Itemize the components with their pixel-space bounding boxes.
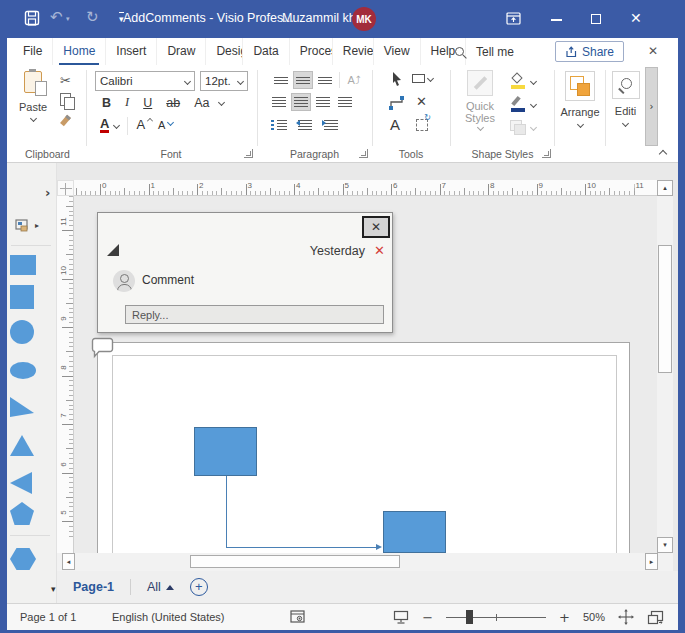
scroll-right-button[interactable]: ▸ bbox=[645, 553, 658, 570]
diagram-shape-rectangle-2[interactable] bbox=[383, 511, 446, 553]
all-pages-button[interactable]: All bbox=[147, 580, 174, 594]
undo-dropdown-icon[interactable]: ▾ bbox=[66, 15, 70, 23]
ribbon-display-options-icon[interactable] bbox=[506, 12, 521, 25]
align-top-button[interactable] bbox=[271, 71, 291, 89]
diagram-shape-rectangle-1[interactable] bbox=[194, 427, 257, 476]
zoom-slider[interactable] bbox=[446, 609, 546, 625]
italic-button[interactable]: I bbox=[121, 95, 133, 110]
connection-point-tool-icon[interactable]: ✕ bbox=[416, 94, 427, 109]
grow-font-button[interactable]: A bbox=[136, 117, 145, 132]
page-indicator[interactable]: Page 1 of 1 bbox=[20, 611, 76, 623]
align-center-button[interactable] bbox=[291, 93, 311, 111]
ribbon-scroll-strip[interactable]: › bbox=[645, 67, 658, 146]
underline-button[interactable]: U bbox=[139, 96, 156, 110]
tab-design[interactable]: Design bbox=[206, 38, 243, 65]
editing-button[interactable]: Editi bbox=[607, 71, 644, 126]
minimize-button[interactable] bbox=[551, 19, 562, 21]
paragraph-dialog-launcher[interactable] bbox=[359, 149, 368, 158]
stencil-shape-ellipse[interactable] bbox=[10, 362, 36, 379]
tab-file[interactable]: File bbox=[13, 38, 53, 65]
scroll-down-button[interactable]: ▾ bbox=[657, 537, 673, 553]
fill-button[interactable] bbox=[510, 73, 536, 89]
connector-vertical-segment[interactable] bbox=[226, 476, 227, 548]
bullets-button[interactable] bbox=[269, 116, 289, 134]
align-right-button[interactable] bbox=[313, 93, 333, 111]
stencil-flyout-icon[interactable]: ▸ bbox=[35, 221, 39, 230]
align-left-button[interactable] bbox=[269, 93, 289, 111]
decrease-indent-button[interactable] bbox=[295, 116, 315, 134]
close-button[interactable]: ✕ bbox=[630, 10, 642, 26]
tab-process[interactable]: Process bbox=[290, 38, 333, 65]
justify-button[interactable] bbox=[335, 93, 355, 111]
save-icon[interactable] bbox=[24, 10, 40, 26]
stencil-shape-triangle[interactable] bbox=[10, 435, 34, 456]
reply-input[interactable] bbox=[125, 305, 384, 324]
macro-recorder-icon[interactable] bbox=[290, 610, 306, 624]
text-tool-icon[interactable]: A bbox=[390, 116, 400, 133]
stencil-shape-rectangle[interactable] bbox=[10, 255, 36, 275]
stencil-window-icon[interactable] bbox=[15, 219, 31, 233]
text-direction-button[interactable]: A⤴ bbox=[344, 71, 364, 89]
font-name-combo[interactable]: Calibri bbox=[95, 71, 195, 91]
effects-button[interactable] bbox=[510, 120, 536, 134]
page-tab-page1[interactable]: Page-1 bbox=[73, 580, 114, 594]
align-middle-button[interactable] bbox=[293, 71, 313, 89]
language-indicator[interactable]: English (United States) bbox=[112, 611, 225, 623]
vertical-scrollbar[interactable]: ▴ ▾ bbox=[657, 180, 673, 553]
shape-styles-dialog-launcher[interactable] bbox=[542, 149, 551, 158]
tab-insert[interactable]: Insert bbox=[106, 38, 157, 65]
scroll-up-button[interactable]: ▴ bbox=[657, 180, 673, 196]
tab-home[interactable]: Home bbox=[53, 38, 106, 65]
add-page-button[interactable]: + bbox=[190, 578, 208, 596]
comment-popup-close-button[interactable]: ✕ bbox=[362, 216, 390, 238]
tell-me-box[interactable]: Tell me bbox=[455, 38, 514, 65]
fit-page-icon[interactable] bbox=[618, 609, 634, 625]
rectangle-tool[interactable] bbox=[412, 74, 433, 83]
line-button[interactable] bbox=[510, 96, 536, 112]
connector-tool-icon[interactable] bbox=[388, 95, 405, 111]
tab-view[interactable]: View bbox=[374, 38, 421, 65]
avatar[interactable]: MK bbox=[352, 7, 376, 31]
drawing-canvas[interactable]: ✕ Yesterday ✕ Comment bbox=[74, 196, 657, 553]
horizontal-scrollbar[interactable]: ◂ ▸ bbox=[57, 553, 673, 571]
stencil-shape-pentagon[interactable] bbox=[10, 502, 34, 525]
cut-icon[interactable]: ✂ bbox=[60, 73, 71, 88]
collapse-ribbon-icon[interactable] bbox=[659, 150, 667, 158]
change-case-button[interactable]: Aa bbox=[190, 96, 213, 110]
format-painter-icon[interactable] bbox=[60, 115, 71, 127]
stencil-shape-circle[interactable] bbox=[10, 320, 34, 344]
switch-windows-icon[interactable] bbox=[647, 610, 664, 625]
zoom-level[interactable]: 50% bbox=[583, 611, 605, 623]
stencil-shape-square[interactable] bbox=[10, 285, 34, 309]
free-transform-tool-icon[interactable] bbox=[416, 119, 428, 131]
align-bottom-button[interactable] bbox=[315, 71, 335, 89]
redo-icon[interactable]: ↻ bbox=[86, 8, 99, 26]
comment-marker-icon[interactable] bbox=[107, 244, 119, 256]
stencil-shape-right-triangle[interactable] bbox=[10, 397, 34, 417]
copy-icon[interactable] bbox=[60, 93, 74, 108]
zoom-slider-thumb[interactable] bbox=[466, 610, 473, 624]
vertical-scrollbar-thumb[interactable] bbox=[658, 245, 672, 373]
presentation-mode-icon[interactable] bbox=[393, 610, 409, 625]
strikethrough-button[interactable]: ab bbox=[162, 96, 184, 110]
shrink-font-button[interactable]: A bbox=[158, 119, 165, 131]
maximize-button[interactable] bbox=[591, 14, 601, 24]
bold-button[interactable]: B bbox=[98, 96, 115, 110]
close-ribbon-icon[interactable]: ✕ bbox=[648, 44, 658, 58]
scroll-left-button[interactable]: ◂ bbox=[62, 553, 75, 570]
zoom-in-button[interactable]: + bbox=[559, 610, 570, 625]
horizontal-scrollbar-thumb[interactable] bbox=[190, 555, 400, 568]
tab-draw[interactable]: Draw bbox=[157, 38, 206, 65]
quick-styles-button[interactable]: Quick Styles bbox=[455, 70, 505, 130]
tab-review[interactable]: Review bbox=[333, 38, 374, 65]
comment-indicator-icon[interactable] bbox=[91, 336, 115, 360]
increase-indent-button[interactable] bbox=[321, 116, 341, 134]
connector-horizontal-segment[interactable] bbox=[226, 547, 377, 548]
stencil-shape-left-triangle[interactable] bbox=[10, 472, 32, 494]
font-color-button[interactable]: A bbox=[100, 117, 109, 133]
undo-icon[interactable]: ↶ bbox=[50, 8, 63, 26]
share-button[interactable]: Share bbox=[555, 41, 624, 62]
stencil-shape-hexagon[interactable] bbox=[10, 548, 36, 570]
arrange-button[interactable]: Arrange bbox=[556, 71, 604, 127]
panel-scroll-down-icon[interactable]: ▾ bbox=[51, 584, 56, 594]
